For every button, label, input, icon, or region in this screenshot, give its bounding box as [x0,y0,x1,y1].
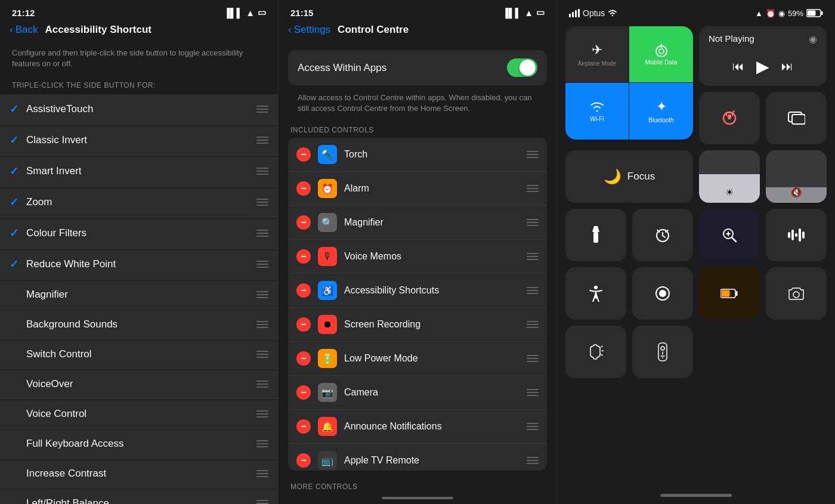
accessibility-tile[interactable] [565,267,626,320]
list-item[interactable]: Full Keyboard Access [0,429,278,459]
status-icons-2: ▐▌▌ ▲ ▭ [502,7,545,18]
battery-icon: ▭ [258,7,266,18]
signal-icon-2: ▐▌▌ [502,8,521,18]
airplay-button[interactable]: ◉ [809,33,817,45]
screen-mirror-icon [787,110,805,126]
drag-handle [256,500,268,504]
remove-button[interactable]: − [296,283,311,298]
remove-button[interactable]: − [296,419,311,434]
remove-button[interactable]: − [296,215,311,230]
remove-button[interactable]: − [296,453,311,468]
status-right: ▲ ⏰ ◉ 59% [755,9,823,18]
list-item[interactable]: ✓ Smart Invert [0,156,278,187]
remove-button[interactable]: − [296,385,311,400]
connectivity-tile[interactable]: ✈ Airplane Mode Mobile Data [565,26,693,140]
back-button-1[interactable]: ‹ Back [10,24,38,36]
control-item-appletv[interactable]: − 📺 Apple TV Remote [288,444,547,471]
control-item-magnifier[interactable]: − 🔍 Magnifier [288,206,547,240]
control-name-magnifier: Magnifier [344,217,519,228]
screen-record-tile[interactable] [632,267,693,320]
screen-mirror-button[interactable] [766,92,827,144]
list-item[interactable]: ✓ Colour Filters [0,218,278,249]
drag-handle [256,199,268,206]
list-item[interactable]: Background Sounds [0,310,278,339]
wifi-label: Wi-Fi [590,116,604,122]
zoom-tile[interactable] [699,209,760,261]
control-item-torch[interactable]: − 🔦 Torch [288,138,547,172]
now-playing-status: Not Playing [709,33,754,44]
list-item[interactable]: Switch Control [0,340,278,369]
airplay-icon: ◉ [778,9,785,18]
drag-handle [527,185,539,192]
list-item[interactable]: ✓ Zoom [0,187,278,218]
orientation-lock-button[interactable] [699,92,760,144]
svg-point-41 [661,347,664,350]
item-label: Increase Contrast [26,468,256,480]
remove-button[interactable]: − [296,351,311,366]
drag-handle [527,321,539,328]
list-item[interactable]: ✓ Classic Invert [0,125,278,156]
battery-icon-3 [806,9,823,17]
list-item[interactable]: Voice Control [0,400,278,429]
control-item-alarm[interactable]: − ⏰ Alarm [288,172,547,206]
toggle-knob [519,60,536,76]
torch-tile[interactable] [565,209,626,261]
remove-button[interactable]: − [296,147,311,162]
check-icon: ✓ [10,258,26,271]
svg-rect-26 [791,230,794,240]
item-label: Full Keyboard Access [26,438,256,450]
remote-tile[interactable] [632,326,693,378]
low-power-tile[interactable] [699,267,760,320]
list-item[interactable]: Left/Right Balance [0,489,278,504]
drag-handle [256,321,268,328]
status-bar-2: 21:15 ▐▌▌ ▲ ▭ [279,0,556,21]
check-icon: ✓ [10,103,26,116]
list-item[interactable]: ✓ Reduce White Point [0,249,278,280]
wifi-icon-3 [608,10,617,17]
svg-rect-3 [578,9,580,17]
rewind-button[interactable]: ⏮ [732,60,744,73]
focus-tile[interactable]: 🌙 Focus [565,150,693,203]
svg-point-32 [659,290,666,297]
wifi-button[interactable]: Wi-Fi [565,83,629,140]
remove-button[interactable]: − [296,181,311,196]
control-item-accessibility[interactable]: − ♿ Accessibility Shortcuts [288,274,547,308]
list-item[interactable]: VoiceOver [0,370,278,399]
camera-tile-icon [788,286,805,301]
cellular-button[interactable]: Mobile Data [629,26,693,83]
focus-label: Focus [627,171,655,183]
list-item[interactable]: Magnifier [0,280,278,310]
play-button[interactable]: ▶ [756,57,769,76]
control-item-voicememos[interactable]: − 🎙 Voice Memos [288,240,547,274]
airplane-label: Airplane Mode [578,60,616,67]
media-tile[interactable]: Not Playing ◉ ⏮ ▶ ⏭ [699,26,827,86]
control-item-screenrecording[interactable]: − ⏺ Screen Recording [288,308,547,342]
control-item-announce[interactable]: − 🔔 Announce Notifications [288,410,547,444]
page-title-1: Accessibility Shortcut [45,24,151,36]
status-icons-1: ▐▌▌ ▲ ▭ [224,7,266,18]
svg-rect-11 [728,115,731,119]
sound-recognition-tile[interactable] [766,209,827,261]
brightness-tile[interactable]: ☀ [699,150,760,203]
access-within-apps-toggle[interactable]: Access Within Apps [288,50,547,85]
check-icon: ✓ [10,227,26,240]
remove-button[interactable]: − [296,249,311,264]
control-item-lowpower[interactable]: − 🔋 Low Power Mode [288,342,547,376]
volume-tile[interactable]: 🔇 [766,150,827,203]
fast-forward-button[interactable]: ⏭ [781,60,793,73]
svg-line-22 [732,237,736,242]
back-button-2[interactable]: ‹ Settings [288,24,330,36]
list-item[interactable]: ✓ AssistiveTouch [0,94,278,125]
announce-tile-icon [588,344,604,360]
alarm-tile[interactable] [632,209,693,261]
control-item-camera[interactable]: − 📷 Camera [288,376,547,410]
toggle-switch[interactable] [507,58,537,77]
bluetooth-button[interactable]: ✦ Bluetooth [629,83,693,140]
list-item[interactable]: Increase Contrast [0,459,278,488]
included-controls-label: INCLUDED CONTROLS [279,121,556,138]
camera-tile[interactable] [766,267,827,320]
airplane-mode-button[interactable]: ✈ Airplane Mode [565,26,629,83]
remove-button[interactable]: − [296,317,311,332]
moon-icon: 🌙 [604,168,621,185]
announce-tile[interactable] [565,326,626,378]
